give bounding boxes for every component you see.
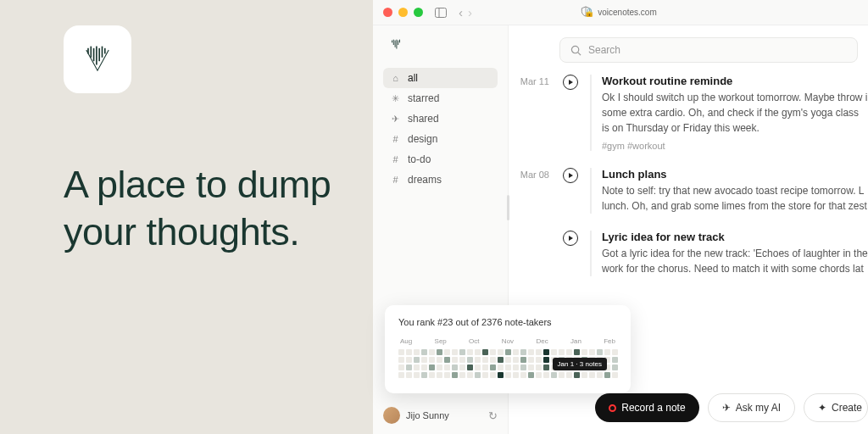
sidebar-item-starred[interactable]: ✳ starred: [383, 88, 498, 108]
url-bar[interactable]: 🔒 voicenotes.com: [584, 8, 656, 17]
sidebar-item-label: shared: [408, 113, 439, 125]
note-date: [509, 231, 549, 276]
search-input[interactable]: Search: [559, 37, 858, 63]
user-profile[interactable]: Jijo Sunny: [383, 407, 449, 424]
chevron-right-icon[interactable]: ›: [468, 5, 472, 19]
logo-icon: [79, 41, 116, 78]
sidebar-item-dreams[interactable]: # dreams: [383, 170, 498, 190]
svg-rect-7: [436, 8, 447, 17]
lock-icon: 🔒: [584, 8, 594, 17]
app-window: ‹ › 🔒 voicenotes.com ⌂ all: [373, 0, 868, 434]
play-icon[interactable]: [563, 75, 578, 90]
record-icon: [609, 404, 616, 412]
window-titlebar: ‹ › 🔒 voicenotes.com: [373, 0, 868, 25]
note-item[interactable]: Lyric idea for new track Got a lyric ide…: [509, 231, 868, 293]
send-icon: ✈: [722, 402, 731, 414]
url-text: voicenotes.com: [598, 8, 656, 17]
resize-handle[interactable]: [507, 195, 509, 220]
svg-line-17: [578, 52, 581, 54]
note-date: Mar 08: [509, 168, 549, 214]
close-window-icon[interactable]: [383, 8, 392, 17]
sidebar-item-label: starred: [408, 92, 439, 104]
sidebar-item-todo[interactable]: # to-do: [383, 149, 498, 170]
note-title: Lyric idea for new track: [602, 231, 868, 243]
play-icon[interactable]: [563, 231, 578, 246]
note-body: Ok I should switch up the workout tomorr…: [602, 90, 868, 136]
note-date: Mar 11: [509, 75, 549, 151]
main-content: Search Mar 11 Workout routine reminde Ok…: [509, 25, 868, 434]
sidebar-item-label: design: [408, 133, 437, 145]
chevron-left-icon[interactable]: ‹: [459, 5, 463, 19]
sidebar-item-label: to-do: [408, 153, 431, 165]
maximize-window-icon[interactable]: [414, 8, 423, 17]
sidebar-footer: Jijo Sunny ↻: [383, 407, 498, 424]
search-icon: [570, 45, 581, 56]
ask-ai-button[interactable]: ✈ Ask my AI: [708, 393, 795, 422]
hash-icon: #: [390, 154, 401, 164]
note-body: Note to self: try that new avocado toast…: [602, 183, 868, 214]
hash-icon: #: [390, 175, 401, 185]
sidebar-item-design[interactable]: # design: [383, 129, 498, 149]
hash-icon: #: [390, 134, 401, 144]
hero-headline: A place to dump your thoughts.: [64, 161, 373, 257]
app-logo-badge: [64, 25, 131, 93]
minimize-window-icon[interactable]: [398, 8, 408, 17]
sidebar-item-shared[interactable]: ✈ shared: [383, 108, 498, 129]
bottom-action-bar: Record a note ✈ Ask my AI ✦ Create: [595, 393, 868, 422]
avatar: [383, 407, 400, 424]
sidebar-item-all[interactable]: ⌂ all: [383, 68, 498, 88]
sidebar-item-label: dreams: [408, 174, 442, 186]
note-body: Got a lyric idea for the new track: 'Ech…: [602, 246, 868, 276]
note-item[interactable]: Mar 11 Workout routine reminde Ok I shou…: [509, 75, 868, 168]
svg-point-16: [571, 46, 578, 53]
sidebar: ⌂ all ✳ starred ✈ shared # design # to-d…: [373, 25, 509, 434]
star-icon: ✳: [390, 93, 401, 104]
note-tags[interactable]: #gym #workout: [602, 141, 868, 151]
create-button[interactable]: ✦ Create: [804, 393, 868, 422]
sparkle-icon: ✦: [818, 402, 826, 414]
user-name: Jijo Sunny: [406, 410, 449, 420]
traffic-lights[interactable]: [383, 8, 423, 17]
note-title: Lunch plans: [602, 168, 868, 181]
record-note-button[interactable]: Record a note: [595, 393, 698, 422]
sidebar-logo-icon[interactable]: [388, 37, 403, 53]
sidebar-item-label: all: [408, 72, 418, 84]
search-placeholder: Search: [588, 44, 620, 56]
nav-back-forward[interactable]: ‹ ›: [459, 5, 472, 19]
sidebar-toggle-icon[interactable]: [435, 8, 447, 18]
history-icon[interactable]: ↻: [488, 409, 498, 422]
home-icon: ⌂: [390, 73, 401, 83]
note-item[interactable]: Mar 08 Lunch plans Note to self: try tha…: [509, 168, 868, 231]
marketing-panel: A place to dump your thoughts.: [0, 0, 373, 434]
play-icon[interactable]: [563, 168, 578, 183]
note-title: Workout routine reminde: [602, 75, 868, 87]
send-icon: ✈: [390, 114, 401, 125]
